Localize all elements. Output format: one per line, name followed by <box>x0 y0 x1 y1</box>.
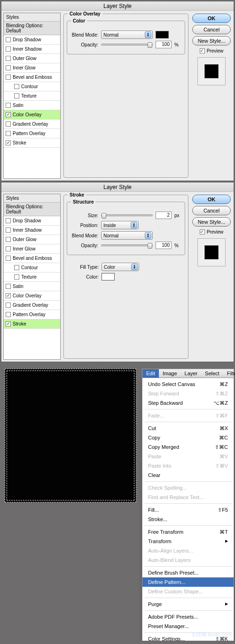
menu-item-step-backward[interactable]: Step Backward⌥⌘Z <box>142 398 234 408</box>
checkbox-icon[interactable] <box>6 56 11 61</box>
opacity-input[interactable]: 100 <box>156 242 172 249</box>
style-item-inner-shadow[interactable]: Inner Shadow <box>4 226 60 235</box>
menu-item-color-settings[interactable]: Color Settings...⇧⌘K <box>142 634 234 641</box>
menu-item-label: Step Backward <box>148 399 183 407</box>
style-item-inner-shadow[interactable]: Inner Shadow <box>4 45 60 54</box>
checkbox-icon[interactable] <box>6 227 11 233</box>
document-canvas[interactable] <box>5 369 136 502</box>
app-menubar: EditImageLayerSelectFilte <box>142 369 234 378</box>
style-item-bevel-and-emboss[interactable]: Bevel and Emboss <box>4 73 60 82</box>
fill-type-select[interactable]: Color ▲▼ <box>102 263 139 271</box>
checkbox-icon[interactable] <box>14 84 19 89</box>
style-item-bevel-and-emboss[interactable]: Bevel and Emboss <box>4 254 60 263</box>
checkbox-icon[interactable]: ✓ <box>6 321 11 326</box>
menu-item-transform[interactable]: Transform <box>142 537 234 546</box>
checkbox-icon[interactable]: ✓ <box>6 140 11 145</box>
style-item-gradient-overlay[interactable]: Gradient Overlay <box>4 301 60 310</box>
checkbox-icon[interactable] <box>6 131 11 136</box>
style-item-pattern-overlay[interactable]: Pattern Overlay <box>4 310 60 319</box>
stroke-color-swatch[interactable] <box>102 273 115 280</box>
size-slider[interactable] <box>101 214 153 216</box>
style-item-satin[interactable]: Satin <box>4 282 60 291</box>
checkbox-icon[interactable] <box>6 284 11 289</box>
style-item-contour[interactable]: Contour <box>4 263 60 273</box>
style-item-color-overlay[interactable]: ✓Color Overlay <box>4 291 60 301</box>
menu-item-undo-select-canvas[interactable]: Undo Select Canvas⌘Z <box>142 379 234 389</box>
checkbox-icon[interactable] <box>6 103 11 108</box>
menu-item-copy-merged[interactable]: Copy Merged⇧⌘C <box>142 442 234 452</box>
menu-item-free-transform[interactable]: Free Transform⌘T <box>142 527 234 537</box>
opacity-slider[interactable] <box>101 44 153 45</box>
style-item-stroke[interactable]: ✓Stroke <box>4 138 60 148</box>
checkbox-icon[interactable] <box>14 93 19 98</box>
styles-header[interactable]: Styles <box>4 13 60 22</box>
checkbox-icon[interactable] <box>6 256 11 261</box>
menu-item-fill[interactable]: Fill...⇧F5 <box>142 505 234 515</box>
style-item-outer-glow[interactable]: Outer Glow <box>4 54 60 63</box>
blend-mode-select[interactable]: Normal ▲▼ <box>101 231 153 240</box>
style-item-inner-glow[interactable]: Inner Glow <box>4 244 60 254</box>
checkbox-icon[interactable] <box>6 121 11 127</box>
position-select[interactable]: Inside ▲▼ <box>101 221 139 229</box>
style-item-pattern-overlay[interactable]: Pattern Overlay <box>4 129 60 138</box>
style-item-drop-shadow[interactable]: Drop Shadow <box>4 216 60 226</box>
cancel-button[interactable]: Cancel <box>192 206 231 215</box>
menu-filte[interactable]: Filte <box>223 369 235 378</box>
checkbox-icon[interactable] <box>6 237 11 242</box>
position-value: Inside <box>103 223 116 228</box>
ok-button[interactable]: OK <box>192 14 231 23</box>
checkbox-icon[interactable]: ✓ <box>6 293 11 298</box>
menu-item-define-brush-preset[interactable]: Define Brush Preset... <box>142 568 234 577</box>
style-item-drop-shadow[interactable]: Drop Shadow <box>4 35 60 45</box>
opacity-slider[interactable] <box>101 244 153 246</box>
checkbox-icon[interactable] <box>14 274 19 280</box>
menu-layer[interactable]: Layer <box>181 369 202 378</box>
menu-item-shortcut: ⇧⌘V <box>215 462 228 470</box>
checkbox-icon[interactable] <box>6 65 11 70</box>
style-item-gradient-overlay[interactable]: Gradient Overlay <box>4 120 60 129</box>
checkbox-icon[interactable] <box>14 265 19 270</box>
new-style-button[interactable]: New Style... <box>192 36 231 45</box>
menu-item-clear[interactable]: Clear <box>142 470 234 480</box>
checkbox-icon[interactable] <box>6 303 11 308</box>
menu-item-purge[interactable]: Purge <box>142 599 234 609</box>
blending-options-header[interactable]: Blending Options: Default <box>4 22 60 35</box>
new-style-button[interactable]: New Style... <box>192 217 231 227</box>
blending-options-header[interactable]: Blending Options: Default <box>4 203 60 216</box>
color-swatch[interactable] <box>156 31 169 38</box>
styles-header[interactable]: Styles <box>4 194 60 203</box>
menu-edit[interactable]: Edit <box>142 369 159 378</box>
menu-item-preset-manager[interactable]: Preset Manager... <box>142 621 234 631</box>
checkbox-icon[interactable] <box>6 46 11 52</box>
menu-item-cut[interactable]: Cut⌘X <box>142 424 234 433</box>
checkbox-icon[interactable] <box>6 312 11 317</box>
style-item-satin[interactable]: Satin <box>4 101 60 110</box>
checkbox-icon[interactable] <box>6 75 11 80</box>
blend-mode-select[interactable]: Normal ▲▼ <box>101 30 153 39</box>
preview-toggle[interactable]: ✓ Preview <box>200 229 224 235</box>
style-item-texture[interactable]: Texture <box>4 273 60 282</box>
menu-select[interactable]: Select <box>201 369 223 378</box>
style-item-texture[interactable]: Texture <box>4 91 60 101</box>
checkbox-icon[interactable] <box>6 246 11 251</box>
checkbox-icon[interactable]: ✓ <box>6 112 11 117</box>
menu-item-copy[interactable]: Copy⌘C <box>142 433 234 442</box>
style-item-inner-glow[interactable]: Inner Glow <box>4 63 60 73</box>
menu-image[interactable]: Image <box>159 369 181 378</box>
preview-toggle[interactable]: ✓ Preview <box>200 48 224 53</box>
blend-mode-label: Blend Mode: <box>69 32 98 38</box>
style-item-outer-glow[interactable]: Outer Glow <box>4 235 60 244</box>
checkbox-icon[interactable] <box>6 218 11 223</box>
cancel-button[interactable]: Cancel <box>192 25 231 34</box>
checkbox-icon[interactable] <box>6 37 11 42</box>
style-item-contour[interactable]: Contour <box>4 82 60 91</box>
style-item-stroke[interactable]: ✓Stroke <box>4 319 60 329</box>
menu-item-stroke[interactable]: Stroke... <box>142 515 234 524</box>
style-item-color-overlay[interactable]: ✓Color Overlay <box>4 110 60 120</box>
menu-item-adobe-pdf-presets[interactable]: Adobe PDF Presets... <box>142 612 234 621</box>
opacity-input[interactable]: 100 <box>156 41 172 48</box>
ok-button[interactable]: OK <box>192 195 231 204</box>
menu-item-shortcut: ⌘X <box>219 424 228 432</box>
size-input[interactable]: 2 <box>156 212 172 219</box>
menu-item-define-pattern[interactable]: Define Pattern... <box>142 577 234 587</box>
